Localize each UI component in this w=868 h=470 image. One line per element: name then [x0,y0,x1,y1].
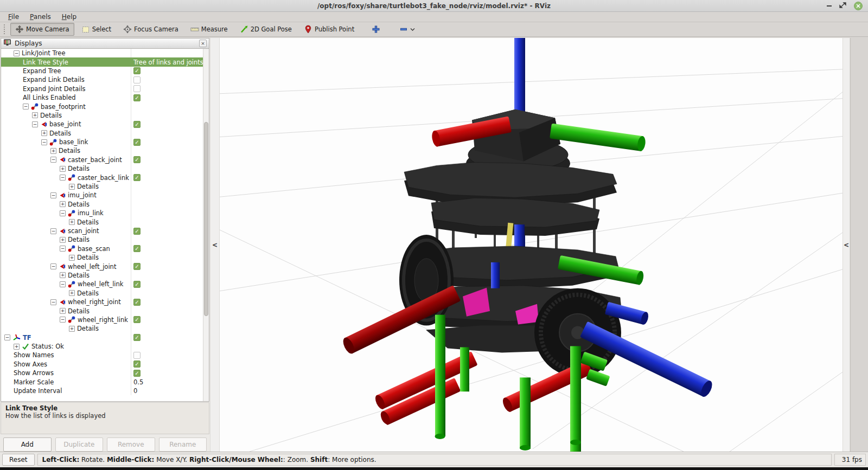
tree-row-wheel-right-joint[interactable]: −wheel_right_joint✓ [1,298,209,306]
checkbox-checked[interactable]: ✓ [133,228,141,235]
3d-viewport[interactable] [220,38,843,452]
close-icon[interactable] [854,2,863,10]
tree-row-details[interactable]: +Details [1,182,209,191]
collapse-expander-icon[interactable]: − [50,263,56,269]
duplicate-button[interactable]: Duplicate [55,437,104,452]
tree-row-wheel-left-joint[interactable]: −wheel_left_joint✓ [1,262,209,271]
checkbox-checked[interactable]: ✓ [133,245,141,252]
checkbox-checked[interactable]: ✓ [133,360,141,368]
tree-row-base-link[interactable]: −base_link✓ [1,138,209,146]
tree-row-link-tree-style[interactable]: Link Tree StyleTree of links and joints [1,57,209,66]
remove-tool-button[interactable] [395,23,420,36]
tree-row-show-axes[interactable]: Show Axes✓ [1,360,209,369]
expand-expander-icon[interactable]: + [60,308,66,314]
checkbox-checked[interactable]: ✓ [133,370,141,377]
displays-panel-header[interactable]: Displays × [1,38,209,49]
add-button[interactable]: Add [3,437,52,452]
checkbox-checked[interactable]: ✓ [133,139,141,146]
maximize-icon[interactable] [839,2,846,10]
tree-row-tf[interactable]: −TF✓ [1,333,209,342]
checkbox-checked[interactable]: ✓ [133,121,141,128]
reset-button[interactable]: Reset [2,454,35,466]
tree-row-caster-back-link[interactable]: −caster_back_link✓ [1,173,209,182]
expand-expander-icon[interactable]: + [69,326,75,332]
checkbox-checked[interactable]: ✓ [133,94,141,101]
collapse-expander-icon[interactable]: − [50,228,56,234]
rename-button[interactable]: Rename [159,437,207,452]
tree-row-base-footprint[interactable]: −base_footprint [1,102,209,111]
tree-row-show-arrows[interactable]: Show Arrows✓ [1,369,209,377]
tree-row-scan-joint[interactable]: −scan_joint✓ [1,227,209,235]
tree-row-details[interactable]: +Details [1,111,209,120]
checkbox-checked[interactable]: ✓ [133,67,141,74]
tree-scrollbar[interactable] [203,49,209,401]
checkbox-checked[interactable]: ✓ [133,281,141,288]
tree-row-details[interactable]: +Details [1,306,209,315]
tree-row-base-joint[interactable]: −base_joint✓ [1,120,209,128]
checkbox-checked[interactable]: ✓ [133,299,141,306]
publish-point-tool[interactable]: Publish Point [299,23,359,36]
expand-expander-icon[interactable]: + [69,184,75,190]
expand-expander-icon[interactable]: + [60,237,66,243]
tree-row-details[interactable]: +Details [1,129,209,138]
tree-row-update-interval[interactable]: Update Interval0 [1,387,209,395]
collapse-expander-icon[interactable]: − [60,246,66,252]
tree-row-details[interactable]: +Details [1,324,209,333]
collapse-expander-icon[interactable]: − [41,139,47,145]
collapse-expander-icon[interactable]: − [23,104,29,110]
menu-panels[interactable]: Panels [25,12,56,21]
expand-expander-icon[interactable]: + [60,272,66,278]
toolbar-drag-handle[interactable] [4,24,7,34]
move-camera-tool[interactable]: Move Camera [10,23,74,36]
panel-collapse-handle-right[interactable]: < [843,38,850,452]
tree-row-value[interactable]: Tree of links and joints [133,59,203,66]
tree-row-expand-link-details[interactable]: Expand Link Details [1,75,209,84]
expand-expander-icon[interactable]: + [60,201,66,207]
measure-tool[interactable]: Measure [186,23,233,36]
tree-row-imu-link[interactable]: −imu_link [1,209,209,217]
tree-row-show-names[interactable]: Show Names [1,351,209,359]
tree-row-marker-scale[interactable]: Marker Scale0.5 [1,377,209,386]
checkbox-checked[interactable]: ✓ [133,263,141,270]
panel-close-icon[interactable]: × [199,40,207,47]
tree-row-expand-tree[interactable]: Expand Tree✓ [1,67,209,75]
checkbox-checked[interactable]: ✓ [133,334,141,341]
expand-expander-icon[interactable]: + [69,255,75,261]
add-tool-button[interactable] [367,23,385,36]
checkbox-unchecked[interactable] [133,85,141,92]
tree-scrollbar-thumb[interactable] [204,122,208,316]
expand-expander-icon[interactable]: + [41,130,47,136]
collapse-expander-icon[interactable]: − [32,121,38,127]
select-tool[interactable]: Select [76,23,116,36]
collapse-expander-icon[interactable]: − [14,50,20,56]
collapse-expander-icon[interactable]: − [50,299,56,305]
collapse-expander-icon[interactable]: − [60,317,66,323]
tree-row-details[interactable]: +Details [1,200,209,209]
tree-row-details[interactable]: +Details [1,235,209,244]
tree-row-status-ok[interactable]: +Status: Ok [1,342,209,351]
tree-row-base-scan[interactable]: −base_scan✓ [1,244,209,253]
checkbox-checked[interactable]: ✓ [133,174,141,181]
collapse-expander-icon[interactable]: − [50,192,56,198]
collapse-expander-icon[interactable]: − [60,281,66,287]
collapse-expander-icon[interactable]: − [60,210,66,216]
expand-expander-icon[interactable]: + [69,219,75,225]
expand-expander-icon[interactable]: + [50,148,56,154]
goal-pose-tool[interactable]: 2D Goal Pose [235,23,297,36]
collapse-expander-icon[interactable]: − [50,157,56,163]
checkbox-checked[interactable]: ✓ [133,156,141,163]
tree-row-details[interactable]: +Details [1,146,209,155]
expand-expander-icon[interactable]: + [60,166,66,172]
checkbox-checked[interactable]: ✓ [133,316,141,323]
tree-row-details[interactable]: +Details [1,217,209,226]
tree-row-expand-joint-details[interactable]: Expand Joint Details [1,85,209,93]
window-titlebar[interactable]: /opt/ros/foxy/share/turtlebot3_fake_node… [0,0,868,12]
tree-row-caster-back-joint[interactable]: −caster_back_joint✓ [1,156,209,164]
panel-collapse-handle-left[interactable]: < [210,38,220,452]
tree-row-value[interactable]: 0 [133,387,137,395]
tree-row-value[interactable]: 0.5 [133,378,143,386]
focus-camera-tool[interactable]: Focus Camera [118,23,183,36]
remove-button[interactable]: Remove [107,437,155,452]
tree-row-details[interactable]: +Details [1,164,209,173]
tree-row-wheel-left-link[interactable]: −wheel_left_link✓ [1,280,209,288]
